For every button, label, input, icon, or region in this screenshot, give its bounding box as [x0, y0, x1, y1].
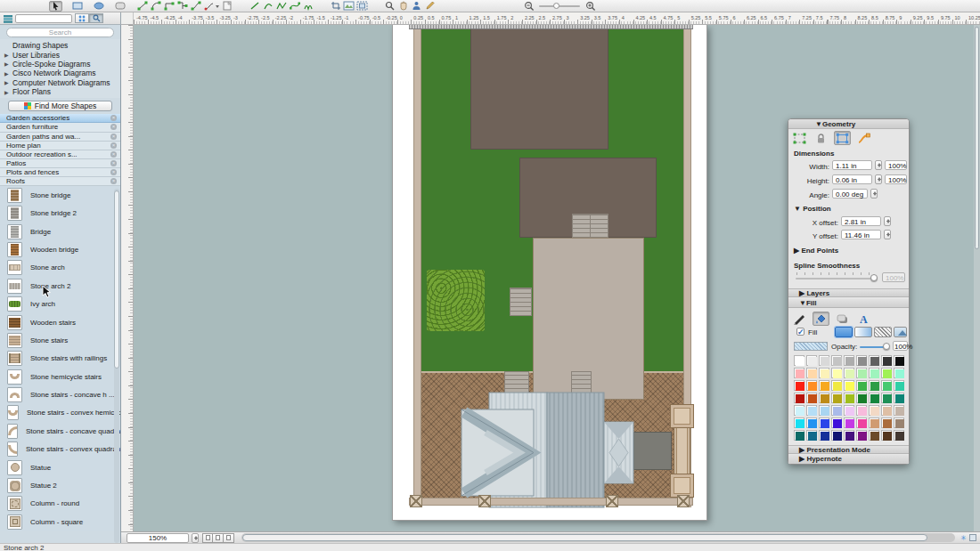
pattern-fill-button[interactable] [874, 327, 892, 337]
shape-list-item[interactable]: Column - round [0, 495, 120, 513]
zoom-slider[interactable] [539, 5, 580, 7]
color-swatch[interactable] [856, 368, 867, 378]
category-row[interactable]: Outdoor recreation s... × [0, 150, 120, 159]
rounded-rect-tool-icon[interactable] [113, 1, 127, 12]
remove-category-icon[interactable]: × [110, 115, 117, 121]
canvas-vscroll-thumb[interactable] [975, 27, 979, 249]
color-swatch[interactable] [819, 393, 829, 403]
picture-fill-button[interactable] [894, 327, 907, 337]
category-row[interactable]: Garden furniture × [0, 123, 120, 132]
shape-list-item[interactable]: Wooden bridge [0, 240, 120, 258]
shape-thumbnail[interactable] [7, 369, 22, 385]
stairs-shape[interactable] [572, 214, 608, 238]
shape-list-item[interactable]: Stone hemicycle stairs [0, 368, 120, 385]
shape-thumbnail[interactable] [7, 279, 22, 294]
disclosure-triangle-icon[interactable]: ▶ [4, 89, 12, 95]
color-swatch[interactable] [881, 430, 892, 441]
category-row[interactable]: Home plan × [0, 142, 120, 150]
disclosure-triangle-icon[interactable]: ▶ [4, 52, 12, 58]
draw-arc-icon[interactable] [261, 1, 274, 12]
category-row[interactable]: Garden accessories × [0, 114, 120, 123]
color-swatch[interactable] [869, 393, 879, 403]
spline-slider-knob[interactable] [870, 274, 878, 281]
width-percent-field[interactable]: 100% [885, 160, 907, 170]
shape-list-item[interactable]: Stone stairs [0, 331, 120, 349]
color-swatch[interactable] [831, 355, 842, 366]
color-swatch[interactable] [869, 380, 879, 391]
position-section-label[interactable]: ▼ Position [794, 205, 831, 213]
color-swatch[interactable] [831, 380, 842, 391]
shape-list-item[interactable]: Stone stairs with railings [0, 350, 120, 368]
shape-thumbnail[interactable] [7, 515, 22, 530]
color-swatch[interactable] [844, 368, 854, 378]
rectangle-tool-icon[interactable] [70, 1, 84, 12]
color-swatch[interactable] [894, 430, 904, 441]
color-swatch[interactable] [856, 380, 867, 391]
view-mode-1-button[interactable] [202, 533, 213, 543]
shape-thumbnail[interactable] [7, 460, 22, 475]
geometry-section-header[interactable]: ▼Geometry [788, 119, 909, 129]
zoom-out-icon[interactable] [522, 1, 535, 12]
remove-category-icon[interactable]: × [110, 134, 117, 140]
category-row[interactable]: Patios × [0, 159, 120, 168]
color-swatch[interactable] [894, 368, 904, 378]
angle-field[interactable]: 0.00 deg [832, 189, 868, 199]
width-field[interactable]: 1.11 in [832, 160, 872, 170]
horizontal-scrollbar[interactable] [241, 533, 955, 542]
color-swatch[interactable] [844, 355, 854, 366]
color-swatch[interactable] [844, 430, 854, 441]
library-list-item[interactable]: ▶ Computer Network Diagrams [0, 78, 120, 87]
shape-list-item[interactable]: Stone stairs - concave quadrant [0, 422, 120, 440]
shape-list-item[interactable]: Statue 2 [0, 476, 120, 494]
fence-post-shape[interactable] [478, 495, 491, 507]
y-offset-stepper[interactable] [884, 230, 891, 239]
color-swatch[interactable] [894, 405, 904, 416]
color-swatch[interactable] [881, 405, 892, 416]
tree-connector-icon[interactable] [176, 1, 189, 12]
color-swatch[interactable] [819, 355, 829, 366]
remove-category-icon[interactable]: × [110, 160, 117, 166]
draw-spline-icon[interactable] [288, 1, 301, 12]
shape-thumbnail[interactable] [7, 424, 18, 439]
shape-thumbnail[interactable] [7, 188, 22, 203]
color-swatch[interactable] [819, 405, 829, 416]
search-input[interactable] [6, 28, 114, 37]
color-swatch[interactable] [844, 405, 854, 416]
pan-hand-icon[interactable] [396, 1, 410, 12]
x-offset-field[interactable]: 2.81 in [841, 216, 881, 226]
color-swatch[interactable] [881, 380, 892, 391]
shape-list-item[interactable]: Wooden stairs [0, 313, 120, 331]
fill-preview-swatch[interactable] [794, 342, 828, 351]
remove-category-icon[interactable]: × [110, 178, 117, 184]
fence-post-shape[interactable] [677, 495, 690, 507]
garage-shape[interactable] [470, 25, 608, 150]
library-list-item[interactable]: ▶ Floor Plans [0, 87, 120, 96]
remove-category-icon[interactable]: × [110, 142, 117, 149]
layers-section-header[interactable]: ▶ Layers [788, 288, 909, 297]
color-swatch[interactable] [894, 355, 904, 366]
bottom-fence-shape[interactable] [409, 498, 693, 506]
color-swatch[interactable] [869, 430, 879, 441]
shape-list-item[interactable]: Stone arch 2 [0, 277, 120, 295]
color-swatch[interactable] [819, 368, 829, 378]
hypernote-header[interactable]: ▶ Hypernote [788, 455, 909, 464]
library-list-item[interactable]: Drawing Shapes [0, 41, 120, 50]
color-swatch[interactable] [869, 368, 879, 378]
color-swatch[interactable] [856, 430, 867, 441]
insert-picture-icon[interactable] [342, 1, 355, 12]
color-swatch[interactable] [806, 405, 817, 416]
color-swatch[interactable] [806, 430, 817, 441]
color-swatch[interactable] [794, 405, 804, 416]
roof-shapes[interactable] [455, 390, 660, 510]
color-swatch[interactable] [869, 417, 879, 428]
library-list-item[interactable]: ▶ User Libraries [0, 50, 120, 59]
color-swatch[interactable] [819, 430, 829, 441]
shape-thumbnail[interactable] [7, 224, 22, 239]
document-page[interactable] [392, 25, 707, 521]
hedge-shape[interactable] [427, 270, 485, 331]
color-swatch[interactable] [794, 417, 804, 428]
shape-thumbnail[interactable] [7, 296, 22, 312]
color-swatch[interactable] [844, 417, 854, 428]
color-swatch[interactable] [894, 380, 904, 391]
shape-list-item[interactable]: Stone bridge 2 [0, 204, 120, 222]
